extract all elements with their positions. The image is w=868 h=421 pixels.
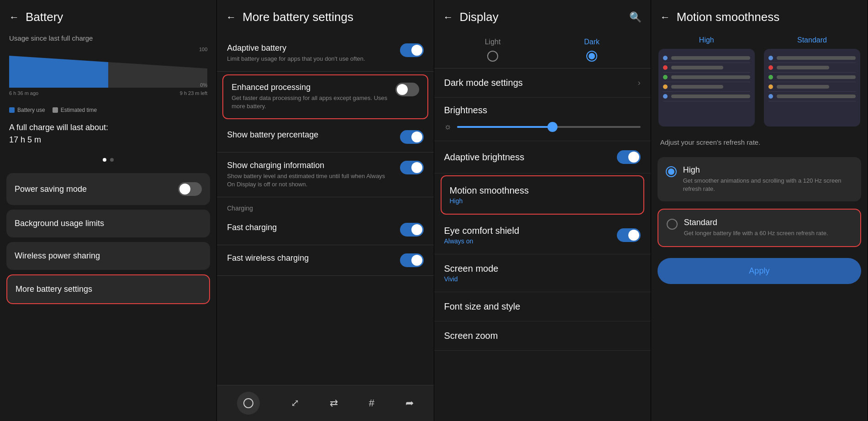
motion-title: Motion smoothness bbox=[677, 10, 779, 24]
chart-100-label: 100 bbox=[199, 47, 207, 52]
nav-share-icon[interactable]: ➦ bbox=[405, 397, 414, 409]
show-battery-toggle[interactable] bbox=[400, 130, 424, 144]
more-battery-title: More battery settings bbox=[242, 10, 353, 24]
theme-selector: Light Dark bbox=[434, 32, 651, 68]
nav-transfer-icon[interactable]: ⇄ bbox=[330, 397, 338, 409]
standard-radio-desc: Get longer battery life with a 60 Hz scr… bbox=[684, 229, 828, 237]
brightness-slider[interactable] bbox=[457, 126, 641, 128]
chart-time-left: 6 h 36 m ago bbox=[9, 90, 38, 96]
screen-mode-item[interactable]: Screen mode Vivid bbox=[434, 254, 651, 292]
motion-smoothness-item[interactable]: Motion smoothness High bbox=[442, 176, 643, 214]
usage-section: Usage since last full charge 100 0% 6 h … bbox=[0, 32, 216, 103]
preview-std-dot-2 bbox=[768, 65, 773, 70]
light-theme-option[interactable]: Light bbox=[443, 38, 542, 62]
show-battery-percentage-item[interactable]: Show battery percentage bbox=[217, 122, 433, 153]
motion-smoothness-panel: ← Motion smoothness High bbox=[651, 0, 868, 421]
fast-wireless-charging-item[interactable]: Fast wireless charging bbox=[217, 245, 433, 276]
preview-std-dot-1 bbox=[768, 56, 773, 60]
display-search-icon[interactable]: 🔍 bbox=[629, 11, 642, 23]
preview-standard-label: Standard bbox=[764, 36, 860, 44]
adaptive-battery-desc: Limit battery usage for apps that you do… bbox=[227, 55, 394, 63]
show-charging-toggle[interactable] bbox=[400, 161, 424, 174]
screen-zoom-item[interactable]: Screen zoom bbox=[434, 321, 651, 351]
standard-radio-text: Standard Get longer battery life with a … bbox=[684, 218, 828, 237]
fast-charging-title: Fast charging bbox=[227, 223, 394, 232]
more-battery-settings-item[interactable]: More battery settings bbox=[6, 274, 210, 304]
adaptive-battery-title: Adaptive battery bbox=[227, 43, 394, 53]
preview-std-dot-5 bbox=[768, 94, 773, 99]
font-size-item[interactable]: Font size and style bbox=[434, 292, 651, 321]
adaptive-battery-item[interactable]: Adaptive battery Limit battery usage for… bbox=[217, 35, 433, 72]
preview-line-1 bbox=[671, 56, 750, 60]
eye-comfort-item[interactable]: Eye comfort shield Always on bbox=[434, 216, 651, 254]
preview-line-5 bbox=[671, 95, 750, 98]
fast-wireless-text: Fast wireless charging bbox=[227, 253, 400, 265]
brightness-fill bbox=[457, 126, 552, 128]
show-battery-title: Show battery percentage bbox=[227, 130, 394, 140]
preview-high-frame bbox=[658, 49, 755, 126]
battery-panel: ← Battery Usage since last full charge 1… bbox=[0, 0, 217, 421]
preview-std-dot-3 bbox=[768, 75, 773, 79]
chart-labels: 6 h 36 m ago 9 h 23 m left bbox=[9, 90, 207, 96]
preview-dot-1 bbox=[663, 56, 668, 60]
high-radio-option[interactable]: High Get smoother animations and scrolli… bbox=[658, 157, 861, 201]
show-charging-text: Show charging information Show battery l… bbox=[227, 161, 400, 189]
background-usage-item[interactable]: Background usage limits bbox=[6, 210, 210, 237]
wireless-power-sharing-item[interactable]: Wireless power sharing bbox=[6, 242, 210, 270]
eye-comfort-toggle[interactable] bbox=[617, 228, 641, 242]
adaptive-brightness-toggle[interactable] bbox=[617, 150, 641, 164]
standard-radio-circle bbox=[667, 219, 678, 230]
preview-std-line-4 bbox=[777, 85, 829, 89]
full-charge-label: A full charge will last about: bbox=[9, 123, 108, 132]
dark-theme-label: Dark bbox=[584, 38, 600, 46]
preview-dot-3 bbox=[663, 75, 668, 79]
eye-comfort-sub: Always on bbox=[444, 237, 520, 245]
enhanced-processing-toggle[interactable] bbox=[395, 83, 419, 96]
dark-mode-settings-item[interactable]: Dark mode settings › bbox=[434, 68, 651, 98]
motion-description: Adjust your screen's refresh rate. bbox=[651, 136, 868, 153]
preview-std-line-2 bbox=[777, 66, 829, 69]
back-arrow-icon[interactable]: ← bbox=[9, 11, 19, 23]
display-header: ← Display 🔍 bbox=[434, 0, 651, 32]
show-charging-desc: Show battery level and estimated time un… bbox=[227, 172, 394, 189]
chart-0-label: 0% bbox=[200, 82, 207, 88]
enhanced-processing-title: Enhanced processing bbox=[231, 83, 389, 92]
brightness-thumb[interactable] bbox=[547, 122, 558, 132]
display-back-icon[interactable]: ← bbox=[443, 11, 453, 23]
apply-button[interactable]: Apply bbox=[658, 258, 861, 284]
legend-battery-use: Battery use bbox=[9, 107, 45, 113]
fast-charging-toggle[interactable] bbox=[400, 223, 424, 237]
preview-std-row-5 bbox=[768, 92, 856, 101]
brightness-section: Brightness ☼ bbox=[434, 98, 651, 141]
enhanced-processing-item[interactable]: Enhanced processing Get faster data proc… bbox=[222, 74, 428, 119]
adaptive-battery-toggle[interactable] bbox=[400, 43, 424, 57]
fast-charging-item[interactable]: Fast charging bbox=[217, 215, 433, 245]
light-theme-label: Light bbox=[485, 38, 501, 46]
fast-wireless-toggle[interactable] bbox=[400, 253, 424, 267]
charging-divider: Charging bbox=[217, 197, 433, 215]
light-theme-radio[interactable] bbox=[487, 51, 498, 62]
nav-hash-icon[interactable]: # bbox=[369, 397, 374, 409]
dark-theme-option[interactable]: Dark bbox=[542, 38, 642, 62]
adaptive-brightness-item[interactable]: Adaptive brightness bbox=[434, 141, 651, 174]
dark-mode-text: Dark mode settings bbox=[444, 78, 523, 88]
dark-theme-radio[interactable] bbox=[586, 51, 597, 62]
power-saving-mode-item[interactable]: Power saving mode bbox=[6, 173, 210, 205]
charging-section-label: Charging bbox=[227, 205, 253, 212]
motion-back-icon[interactable]: ← bbox=[660, 11, 670, 23]
more-battery-back-icon[interactable]: ← bbox=[226, 11, 236, 23]
dot-1 bbox=[103, 158, 106, 162]
motion-smoothness-container[interactable]: Motion smoothness High bbox=[441, 175, 644, 215]
preview-line-3 bbox=[671, 75, 750, 79]
standard-radio-option[interactable]: Standard Get longer battery life with a … bbox=[658, 209, 861, 247]
preview-line-4 bbox=[671, 85, 724, 89]
nav-home-btn[interactable] bbox=[237, 392, 260, 415]
nav-expand-icon[interactable]: ⤢ bbox=[291, 397, 299, 409]
power-saving-label: Power saving mode bbox=[15, 184, 87, 194]
power-saving-toggle[interactable] bbox=[178, 182, 202, 196]
font-size-label: Font size and style bbox=[444, 301, 521, 312]
show-charging-info-item[interactable]: Show charging information Show battery l… bbox=[217, 153, 433, 197]
motion-header: ← Motion smoothness bbox=[651, 0, 868, 32]
more-battery-label: More battery settings bbox=[16, 284, 92, 294]
fast-wireless-title: Fast wireless charging bbox=[227, 253, 394, 263]
